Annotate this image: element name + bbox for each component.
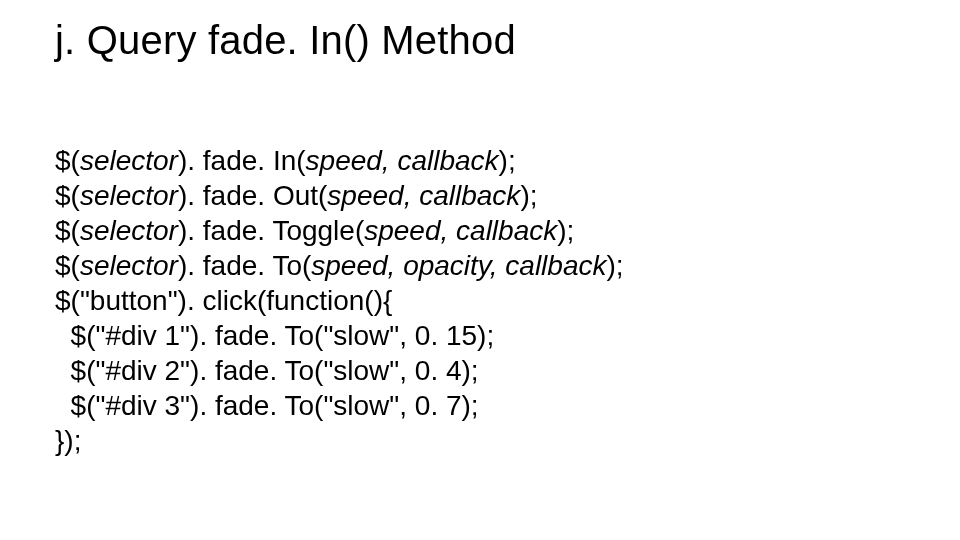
- code-segment: $(: [55, 180, 80, 211]
- code-segment: $(: [55, 250, 80, 281]
- code-line: });: [55, 423, 905, 458]
- code-segment: selector: [80, 180, 178, 211]
- code-segment: $(: [55, 145, 80, 176]
- code-segment: ). fade. In(: [178, 145, 306, 176]
- code-segment: ). fade. Out(: [178, 180, 327, 211]
- code-line: $("#div 1"). fade. To("slow", 0. 15);: [55, 318, 905, 353]
- code-line: $("#div 2"). fade. To("slow", 0. 4);: [55, 353, 905, 388]
- code-segment: );: [606, 250, 623, 281]
- code-segment: $("#div 1"). fade. To("slow", 0. 15);: [55, 320, 494, 351]
- code-segment: speed, callback: [327, 180, 520, 211]
- code-segment: );: [499, 145, 516, 176]
- code-line: $("#div 3"). fade. To("slow", 0. 7);: [55, 388, 905, 423]
- code-line: $(selector). fade. Out(speed, callback);: [55, 178, 905, 213]
- code-segment: });: [55, 425, 81, 456]
- slide-title: j. Query fade. In() Method: [55, 18, 905, 63]
- code-line: $(selector). fade. Toggle(speed, callbac…: [55, 213, 905, 248]
- code-segment: );: [557, 215, 574, 246]
- code-segment: speed, callback: [364, 215, 557, 246]
- code-segment: selector: [80, 215, 178, 246]
- code-segment: speed, callback: [306, 145, 499, 176]
- code-segment: ). fade. To(: [178, 250, 311, 281]
- code-segment: );: [520, 180, 537, 211]
- slide-body: $(selector). fade. In(speed, callback);$…: [55, 143, 905, 458]
- code-line: $(selector). fade. To(speed, opacity, ca…: [55, 248, 905, 283]
- code-segment: speed, opacity, callback: [311, 250, 606, 281]
- code-segment: $("button"). click(function(){: [55, 285, 392, 316]
- code-segment: ). fade. Toggle(: [178, 215, 364, 246]
- slide: j. Query fade. In() Method $(selector). …: [0, 0, 960, 540]
- code-line: $("button"). click(function(){: [55, 283, 905, 318]
- code-segment: $("#div 3"). fade. To("slow", 0. 7);: [55, 390, 479, 421]
- code-segment: $(: [55, 215, 80, 246]
- code-segment: selector: [80, 250, 178, 281]
- code-line: $(selector). fade. In(speed, callback);: [55, 143, 905, 178]
- code-segment: $("#div 2"). fade. To("slow", 0. 4);: [55, 355, 479, 386]
- code-segment: selector: [80, 145, 178, 176]
